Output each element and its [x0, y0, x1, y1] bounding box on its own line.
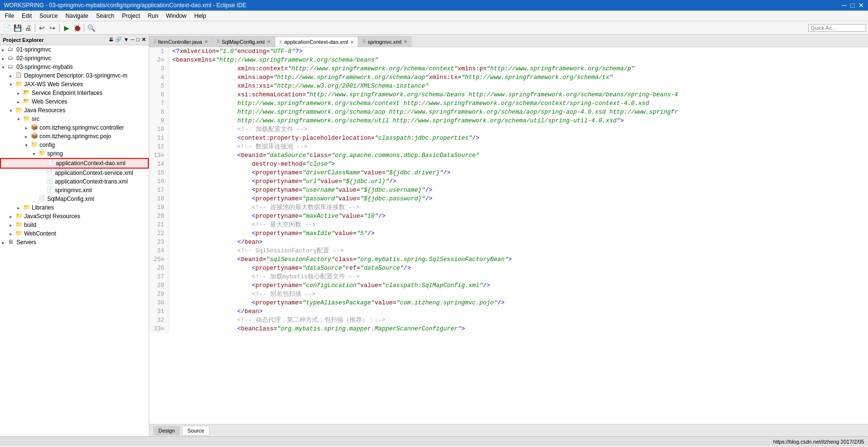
webcontent-icon: 📁 [15, 230, 23, 237]
tab-itemcontroller[interactable]: J ItemController.java ✕ [149, 36, 212, 47]
code-line-29: <!-- 别名包扫描 --> [172, 290, 864, 299]
editor-content-wrapper[interactable]: 1 2⊖ 3 4 5 6 7 8 9 10 11 12 13⊖ 14 [149, 47, 868, 424]
tab-close-itemcontroller[interactable]: ✕ [204, 39, 208, 44]
expand-service-endpoint[interactable] [17, 91, 23, 96]
tab-close-springmvc[interactable]: ✕ [403, 39, 407, 44]
tree-item-03-springmvc-mybatis[interactable]: 🗂 03-springmvc-mybatis [0, 63, 149, 71]
code-area: 1 2⊖ 3 4 5 6 7 8 9 10 11 12 13⊖ 14 [149, 47, 868, 333]
expand-01-springmvc[interactable] [2, 47, 8, 53]
link-with-editor-icon[interactable]: 🔗 [115, 37, 122, 43]
expand-build[interactable] [10, 223, 15, 228]
tree-item-pojo-package[interactable]: 📦 com.itzheng.springmvc.pojo [0, 132, 149, 141]
expand-web-services[interactable] [17, 99, 23, 105]
menu-help[interactable]: Help [192, 12, 209, 20]
tree-item-jax-ws[interactable]: 📁 JAX-WS Web Services [0, 80, 149, 89]
menu-file[interactable]: File [2, 12, 17, 20]
expand-deployment[interactable] [10, 73, 15, 79]
run-button[interactable]: ▶ [62, 23, 71, 33]
tab-sqlmapconfig[interactable]: X SqlMapConfig.xml ✕ [212, 36, 275, 47]
tree-item-java-resources[interactable]: 📁 Java Resources [0, 106, 149, 115]
view-menu-icon[interactable]: ▼ [124, 37, 129, 43]
tree-item-webcontent[interactable]: 📁 WebContent [0, 229, 149, 238]
maximize-button[interactable]: □ [851, 1, 855, 9]
collapse-jax-ws[interactable] [10, 82, 15, 87]
xml-icon-service: 📄 [46, 169, 54, 177]
collapse-all-icon[interactable]: ⇊ [109, 37, 113, 43]
expand-02-springmvc[interactable] [2, 56, 8, 61]
collapse-config[interactable] [25, 143, 31, 148]
expand-pojo[interactable] [25, 134, 31, 139]
code-line-27: <!-- 加载mybatis核心配置文件 --> [172, 273, 864, 281]
tree-item-spring[interactable]: 📁 spring [0, 149, 149, 158]
code-line-33: <bean class="org.mybatis.spring.mapper.M… [172, 325, 864, 333]
menu-navigate[interactable]: Navigate [63, 12, 91, 20]
save-button[interactable]: 💾 [13, 23, 22, 33]
code-line-31: </bean> [172, 307, 864, 316]
quick-access-input[interactable] [808, 24, 866, 32]
tree-item-js-resources[interactable]: 📁 JavaScript Resources [0, 212, 149, 221]
tree-item-appcontext-dao[interactable]: 📄 applicationContext-dao.xml [0, 158, 149, 169]
tree-item-controller-package[interactable]: 📦 com.itzheng.springmvc.controller [0, 123, 149, 132]
tree-item-src[interactable]: 📁 src [0, 115, 149, 123]
tree-item-service-endpoint[interactable]: 📂 Service Endpoint Interfaces [0, 89, 149, 97]
tree-item-web-services[interactable]: 📂 Web Services [0, 97, 149, 106]
tree-item-02-springmvc[interactable]: 🗂 02-springmvc [0, 54, 149, 63]
expand-webcontent[interactable] [10, 231, 15, 237]
tree-item-libraries[interactable]: 📁 Libraries [0, 203, 149, 212]
expand-js-resources[interactable] [10, 214, 15, 219]
minimize-button[interactable]: ─ [842, 1, 847, 9]
menu-edit[interactable]: Edit [19, 12, 35, 20]
maximize-view-icon[interactable]: □ [136, 37, 140, 43]
undo-button[interactable]: ↩ [37, 23, 47, 33]
title-text: WORKSPRING - 03-springmvc-mybatis/config… [4, 2, 246, 9]
tab-close-sqlmap[interactable]: ✕ [267, 39, 271, 44]
tab-source[interactable]: Source [182, 426, 209, 435]
collapse-03-springmvc[interactable] [2, 65, 8, 70]
minimize-view-icon[interactable]: ─ [131, 37, 135, 43]
tab-appcontext-dao[interactable]: X applicationContext-dao.xml ✕ [275, 37, 358, 47]
tab-icon-springmvc: X [363, 39, 366, 44]
expand-controller[interactable] [25, 125, 31, 131]
servers-icon: 🖥 [8, 238, 15, 246]
code-line-4: xmlns:aop="http://www.springframework.or… [172, 73, 864, 82]
tab-close-appdao[interactable]: ✕ [350, 39, 354, 45]
menu-window[interactable]: Window [163, 12, 190, 20]
code-line-26: <property name="dataSource" ref="dataSou… [172, 264, 864, 273]
bottom-tabs: Design Source [149, 424, 868, 436]
tab-springmvc[interactable]: X springmvc.xml ✕ [358, 36, 412, 47]
print-button[interactable]: 🖨 [23, 23, 33, 33]
close-button[interactable]: ✕ [858, 1, 864, 9]
search-button[interactable]: 🔍 [86, 23, 96, 33]
js-resources-icon: 📁 [15, 212, 23, 220]
redo-button[interactable]: ↪ [48, 23, 57, 33]
collapse-spring[interactable] [33, 151, 39, 157]
collapse-src[interactable] [17, 117, 23, 122]
tree-item-sqlmapconfig[interactable]: 📄 SqlMapConfig.xml [0, 195, 149, 203]
tree-item-deployment[interactable]: 📋 Deployment Descriptor: 03-springmvc-m [0, 71, 149, 80]
web-services-icon: 📂 [23, 98, 31, 105]
expand-libraries[interactable] [17, 205, 23, 210]
tree-item-build[interactable]: 📁 build [0, 221, 149, 229]
menu-source[interactable]: Source [37, 12, 61, 20]
status-text: https://blog.csdn.net/itzheng 2017/2/05 [773, 439, 864, 445]
libraries-icon: 📁 [23, 204, 31, 211]
code-line-14: destroy-method="close"> [172, 160, 864, 169]
collapse-java-resources[interactable] [10, 108, 15, 113]
tree-item-servers[interactable]: 🖥 Servers [0, 238, 149, 247]
new-button[interactable]: 📄 [2, 23, 12, 33]
debug-button[interactable]: 🐞 [72, 23, 82, 33]
tree-item-appcontext-service[interactable]: 📄 applicationContext-service.xml [0, 169, 149, 177]
tab-label-springmvc: springmvc.xml [368, 39, 402, 45]
menu-search[interactable]: Search [93, 12, 117, 20]
tree-item-01-springmvc[interactable]: 🗂 01-springmvc [0, 45, 149, 54]
tree-item-springmvc-xml[interactable]: 📄 springmvc.xml [0, 186, 149, 195]
close-view-icon[interactable]: ✕ [142, 37, 146, 43]
build-icon: 📁 [15, 221, 23, 229]
tree-item-config[interactable]: 📁 config [0, 141, 149, 149]
menu-project[interactable]: Project [119, 12, 143, 20]
menu-run[interactable]: Run [145, 12, 161, 20]
expand-servers[interactable] [2, 240, 8, 245]
tree-item-appcontext-trans[interactable]: 📄 applicationContext-trans.xml [0, 177, 149, 186]
tab-design[interactable]: Design [153, 426, 180, 435]
project-icon-3: 🗂 [8, 63, 15, 71]
